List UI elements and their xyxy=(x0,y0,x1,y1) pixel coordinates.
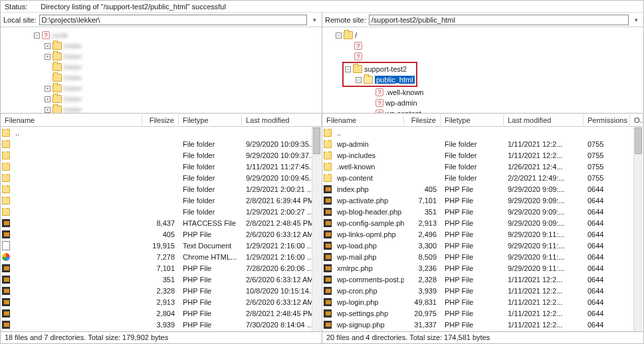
tree-node[interactable]: +folder xyxy=(7,83,319,94)
remote-file-list[interactable]: ..wp-adminFile folder1/11/2021 12:2...07… xyxy=(322,127,643,331)
tree-toggle[interactable]: − xyxy=(336,33,342,39)
tree-label[interactable]: / xyxy=(355,31,357,39)
list-row[interactable]: 8,437HTACCESS File2/8/2021 2:48:45 PM xyxy=(1,217,322,228)
list-row[interactable]: wp-config-sample.php2,913PHP File9/29/20… xyxy=(322,217,643,228)
tree-label[interactable]: folder xyxy=(64,52,82,60)
list-row[interactable]: wp-comments-post.php2,328PHP File1/11/20… xyxy=(322,274,643,285)
col-owner[interactable]: O... xyxy=(630,115,643,126)
tree-label-selected[interactable]: public_html xyxy=(375,76,415,84)
list-row[interactable]: wp-links-opml.php2,496PHP File9/29/2020 … xyxy=(322,228,643,240)
list-row[interactable]: index.php405PHP File9/29/2020 9:09:...06… xyxy=(322,183,643,195)
tree-label[interactable]: support-test2 xyxy=(364,65,407,73)
list-row[interactable]: 405PHP File2/6/2020 6:33:12 AM xyxy=(1,228,322,240)
tree-node[interactable]: ? xyxy=(329,41,641,51)
tree-label[interactable]: .well-known xyxy=(385,88,423,96)
list-row[interactable]: File folder1/11/2021 11:27:45... xyxy=(1,161,322,172)
col-filesize[interactable]: Filesize xyxy=(404,115,441,126)
list-row[interactable]: wp-contentFile folder2/2/2021 12:49:...0… xyxy=(322,172,643,183)
tree-node[interactable]: +folder xyxy=(7,94,319,104)
tree-label[interactable]: folder xyxy=(64,42,82,50)
remote-tree[interactable]: −/??−support-test2−public_html?.well-kno… xyxy=(322,27,643,114)
list-row[interactable]: wp-mail.php8,509PHP File9/29/2020 9:11:.… xyxy=(322,251,643,262)
list-row[interactable]: 19,915Text Document1/29/2021 2:16:00 ... xyxy=(1,240,322,251)
remote-path-input[interactable] xyxy=(369,15,629,25)
list-row[interactable]: wp-blog-header.php351PHP File9/29/2020 9… xyxy=(322,206,643,217)
remote-scrollbar[interactable] xyxy=(633,127,643,331)
tree-node[interactable]: ? xyxy=(329,51,641,62)
list-row[interactable]: File folder9/29/2020 10:09:35... xyxy=(1,138,322,149)
list-row[interactable]: 2,496PHP File2/6/2020 6:33:12 AM xyxy=(1,330,322,331)
list-row[interactable]: File folder9/29/2020 10:09:45... xyxy=(1,172,322,183)
col-filetype[interactable]: Filetype xyxy=(441,115,504,126)
tree-node[interactable]: +folder xyxy=(7,51,319,62)
tree-toggle[interactable]: − xyxy=(345,66,351,72)
list-row[interactable]: 2,328PHP File10/8/2020 10:15:14... xyxy=(1,285,322,296)
local-list-header[interactable]: Filename Filesize Filetype Last modified xyxy=(1,114,322,127)
tree-toggle[interactable]: + xyxy=(45,86,51,92)
list-row[interactable]: wp-includesFile folder1/11/2021 12:2...0… xyxy=(322,149,643,161)
tree-node[interactable]: ?wp-content xyxy=(329,108,641,114)
list-row[interactable]: xmlrpc.php3,236PHP File9/29/2020 9:11:..… xyxy=(322,262,643,274)
col-lastmod[interactable]: Last modified xyxy=(504,115,584,126)
col-permissions[interactable]: Permissions xyxy=(584,115,630,126)
cell-lastmod: 1/11/2021 12:2... xyxy=(504,321,584,329)
local-path-input[interactable] xyxy=(39,15,307,25)
tree-toggle[interactable]: + xyxy=(45,107,51,113)
tree-node[interactable]: folder xyxy=(7,62,319,72)
tree-label[interactable]: folder xyxy=(64,106,82,114)
remote-path-dropdown-icon[interactable]: ▾ xyxy=(631,17,641,23)
tree-label[interactable]: folder xyxy=(64,74,82,82)
tree-toggle[interactable]: − xyxy=(356,77,362,83)
list-row[interactable]: 7,278Chrome HTML...1/29/2021 2:16:00 ... xyxy=(1,251,322,262)
col-lastmod[interactable]: Last modified xyxy=(242,115,322,126)
col-filename[interactable]: Filename xyxy=(322,115,404,126)
tree-node[interactable]: −public_html xyxy=(345,74,415,85)
col-filename[interactable]: Filename xyxy=(1,115,142,126)
tree-label[interactable]: folder xyxy=(64,84,82,92)
list-row[interactable]: .. xyxy=(322,127,643,138)
list-row[interactable]: .. xyxy=(1,127,322,138)
col-filetype[interactable]: Filetype xyxy=(179,115,242,126)
tree-toggle[interactable]: + xyxy=(45,54,51,60)
tree-node[interactable]: −/ xyxy=(329,30,641,41)
tree-node[interactable]: folder xyxy=(7,72,319,83)
remote-footer: 20 files and 4 directories. Total size: … xyxy=(322,331,643,343)
tree-toggle[interactable]: + xyxy=(45,96,51,102)
tree-node[interactable]: −?node xyxy=(7,30,319,41)
list-row[interactable]: wp-activate.php7,101PHP File9/29/2020 9:… xyxy=(322,195,643,206)
tree-node[interactable]: +folder xyxy=(7,41,319,51)
tree-node[interactable]: ?.well-known xyxy=(329,87,641,98)
local-file-list[interactable]: ..File folder9/29/2020 10:09:35...File f… xyxy=(1,127,322,331)
list-row[interactable]: File folder1/29/2021 2:00:27 ... xyxy=(1,206,322,217)
tree-toggle[interactable]: − xyxy=(34,33,40,39)
list-row[interactable]: 351PHP File2/6/2020 6:33:12 AM xyxy=(1,274,322,285)
list-row[interactable]: 2,804PHP File2/8/2021 2:48:45 PM xyxy=(1,307,322,319)
tree-label[interactable]: node xyxy=(52,31,68,39)
tree-label[interactable]: wp-admin xyxy=(385,99,417,107)
list-row[interactable]: wp-signup.php31,337PHP File1/11/2021 12:… xyxy=(322,319,643,330)
tree-node[interactable]: +folder xyxy=(7,104,319,114)
list-row[interactable]: .well-knownFile folder1/26/2021 12:4...0… xyxy=(322,161,643,172)
remote-list-header[interactable]: Filename Filesize Filetype Last modified… xyxy=(322,114,643,127)
tree-label[interactable]: folder xyxy=(64,63,82,71)
list-row[interactable]: wp-load.php3,300PHP File9/29/2020 9:11:.… xyxy=(322,240,643,251)
list-row[interactable]: wp-settings.php20,975PHP File1/11/2021 1… xyxy=(322,307,643,319)
local-scrollbar[interactable] xyxy=(312,127,321,331)
list-row[interactable]: File folder1/29/2021 2:00:21 ... xyxy=(1,183,322,195)
list-row[interactable]: wp-adminFile folder1/11/2021 12:2...0755… xyxy=(322,138,643,149)
tree-node[interactable]: ?wp-admin xyxy=(329,98,641,108)
tree-node[interactable]: −support-test2 xyxy=(345,64,415,74)
cell-filetype: File folder xyxy=(179,151,242,159)
list-row[interactable]: wp-login.php49,831PHP File1/11/2021 12:2… xyxy=(322,296,643,307)
list-row[interactable]: 7,101PHP File7/28/2020 6:20:06 ... xyxy=(1,262,322,274)
list-row[interactable]: 3,939PHP File7/30/2020 8:14:04 ... xyxy=(1,319,322,330)
list-row[interactable]: 2,913PHP File2/6/2020 6:33:12 AM xyxy=(1,296,322,307)
col-filesize[interactable]: Filesize xyxy=(142,115,179,126)
local-path-dropdown-icon[interactable]: ▾ xyxy=(310,17,319,23)
tree-label[interactable]: folder xyxy=(64,95,82,103)
list-row[interactable]: wp-cron.php3,939PHP File1/11/2021 12:2..… xyxy=(322,285,643,296)
tree-toggle[interactable]: + xyxy=(45,43,51,49)
list-row[interactable]: File folder9/29/2020 10:09:37... xyxy=(1,149,322,161)
list-row[interactable]: File folder2/8/2021 6:39:44 PM xyxy=(1,195,322,206)
local-tree[interactable]: −?node+folder+folderfolderfolder+folder+… xyxy=(1,27,322,114)
